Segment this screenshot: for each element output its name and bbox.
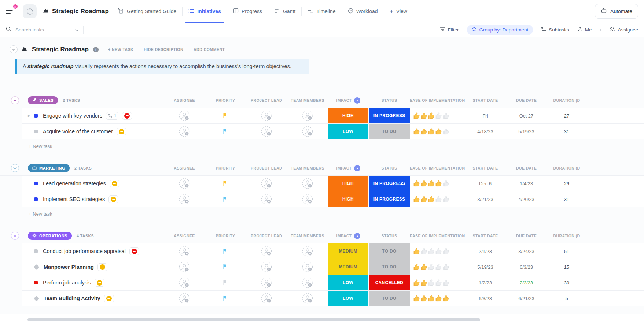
ease-of-implementation-rating[interactable]	[410, 259, 465, 275]
duration-value[interactable]: 30	[547, 275, 586, 290]
task-name[interactable]: Team Building Activity	[44, 295, 100, 301]
assignee-add-button[interactable]	[164, 243, 205, 259]
impact-cell[interactable]: LOW	[328, 291, 369, 306]
task-name[interactable]: Engage with key vendors	[43, 113, 102, 119]
duration-value[interactable]: 31	[547, 191, 586, 207]
group-pill-marketing[interactable]: MARKETING	[28, 164, 70, 172]
priority-flag-icon[interactable]	[205, 243, 246, 259]
search-input[interactable]	[15, 27, 71, 33]
column-header-project-lead[interactable]: PROJECT LEAD	[246, 234, 287, 238]
column-header-status[interactable]: STATUS	[369, 166, 410, 170]
team-members-add-button[interactable]	[287, 124, 328, 139]
task-status-square-icon[interactable]	[34, 182, 38, 185]
tab-gantt[interactable]: Gantt	[269, 0, 301, 23]
column-header-assignee[interactable]: ASSIGNEE	[164, 234, 205, 238]
column-header-team-members[interactable]: TEAM MEMBERS	[287, 166, 328, 170]
task-name[interactable]: Perform job analysis	[43, 280, 91, 286]
subtask-count-badge[interactable]: 1	[106, 112, 118, 120]
collapse-list-button[interactable]	[10, 45, 18, 53]
team-members-add-button[interactable]	[287, 259, 328, 275]
ease-of-implementation-rating[interactable]	[410, 291, 465, 306]
duration-value[interactable]: 51	[547, 243, 586, 259]
assignee-add-button[interactable]	[164, 108, 205, 123]
new-task-button[interactable]: + New task	[29, 207, 644, 220]
task-name[interactable]: Conduct job performance appraisal	[43, 248, 126, 254]
task-status-square-icon[interactable]	[34, 281, 38, 284]
status-cell[interactable]: IN PROGRESS	[369, 191, 410, 207]
task-status-square-icon[interactable]	[34, 197, 38, 201]
impact-cell[interactable]: HIGH	[328, 108, 369, 123]
tab-initiatives[interactable]: Initiatives	[183, 0, 226, 23]
group-by-button[interactable]: Group by: Department	[467, 25, 533, 35]
team-members-add-button[interactable]	[287, 291, 328, 306]
priority-flag-icon[interactable]	[205, 275, 246, 290]
status-cell[interactable]: TO DO	[369, 259, 410, 275]
status-cell[interactable]: TO DO	[369, 291, 410, 306]
impact-cell[interactable]: LOW	[328, 275, 369, 290]
assignee-add-button[interactable]	[164, 176, 205, 191]
new-task-action[interactable]: + NEW TASK	[108, 47, 133, 52]
ease-of-implementation-rating[interactable]	[410, 275, 465, 290]
start-date[interactable]: 2/1/23	[465, 243, 506, 259]
team-members-add-button[interactable]	[287, 275, 328, 290]
column-header-start-date[interactable]: START DATE	[465, 234, 506, 238]
assignee-add-button[interactable]	[164, 291, 205, 306]
no-entry-yellow-icon[interactable]	[104, 295, 114, 302]
column-header-due-date[interactable]: DUE DATE	[506, 166, 547, 170]
column-header-status[interactable]: STATUS	[369, 234, 410, 238]
status-cell[interactable]: CANCELLED	[369, 275, 410, 290]
priority-flag-icon[interactable]	[205, 108, 246, 123]
impact-cell[interactable]: HIGH	[328, 176, 369, 191]
tab-progress[interactable]: Progress	[228, 0, 267, 23]
horizontal-scrollbar-thumb[interactable]	[27, 318, 480, 321]
team-members-add-button[interactable]	[287, 176, 328, 191]
info-icon[interactable]: i	[93, 47, 99, 52]
status-cell[interactable]: TO DO	[369, 124, 410, 139]
workspace-loading-button[interactable]	[23, 4, 37, 18]
sidebar-toggle-button[interactable]: 6	[6, 7, 15, 17]
project-lead-add-button[interactable]	[246, 124, 287, 139]
task-row[interactable]: ▶ Implement SEO strategies HIGH IN PROGR…	[22, 191, 644, 207]
project-lead-add-button[interactable]	[246, 259, 287, 275]
duration-value[interactable]: 27	[547, 108, 586, 123]
ease-of-implementation-rating[interactable]	[410, 108, 465, 123]
expand-task-arrow[interactable]: ▶	[28, 114, 34, 118]
column-header-team-members[interactable]: TEAM MEMBERS	[287, 98, 328, 103]
assignee-filter-button[interactable]: Assignee	[609, 27, 638, 33]
due-date[interactable]: 1/4/23	[506, 176, 547, 191]
column-header-ease-of-implementation[interactable]: EASE OF IMPLEMENTATION	[410, 234, 465, 238]
group-collapse-button[interactable]	[11, 96, 19, 104]
column-header-status[interactable]: STATUS	[369, 98, 410, 103]
list-description[interactable]: A strategic roadmap visually represents …	[15, 59, 309, 74]
no-entry-yellow-icon[interactable]	[97, 263, 107, 271]
task-row[interactable]: ▶ Manpower Planning MEDIUM TO DO 5/19/23…	[22, 259, 644, 275]
project-lead-add-button[interactable]	[246, 275, 287, 290]
impact-cell[interactable]: MEDIUM	[328, 243, 369, 259]
column-header-start-date[interactable]: START DATE	[465, 98, 506, 103]
project-lead-add-button[interactable]	[246, 243, 287, 259]
column-header-assignee[interactable]: ASSIGNEE	[164, 166, 205, 170]
start-date[interactable]: 1/2/23	[465, 275, 506, 290]
column-header-priority[interactable]: PRIORITY	[205, 166, 246, 170]
status-cell[interactable]: IN PROGRESS	[369, 176, 410, 191]
me-filter-button[interactable]: Me	[577, 27, 592, 33]
team-members-add-button[interactable]	[287, 243, 328, 259]
milestone-diamond-icon[interactable]	[34, 295, 40, 301]
task-row[interactable]: ▶ Acquire voice of the customer LOW TO D…	[22, 124, 644, 139]
column-header-ease-of-implementation[interactable]: EASE OF IMPLEMENTATION	[410, 98, 465, 103]
priority-flag-icon[interactable]	[205, 191, 246, 207]
priority-flag-icon[interactable]	[205, 176, 246, 191]
duration-value[interactable]: 31	[547, 124, 586, 139]
group-collapse-button[interactable]	[11, 232, 19, 240]
column-header-priority[interactable]: PRIORITY	[205, 98, 246, 103]
automate-button[interactable]: Automate	[595, 4, 638, 19]
assignee-add-button[interactable]	[164, 259, 205, 275]
column-header-project-lead[interactable]: PROJECT LEAD	[246, 166, 287, 170]
column-header-priority[interactable]: PRIORITY	[205, 234, 246, 238]
task-row[interactable]: ▶ Engage with key vendors 1 HIGH IN PROG…	[22, 108, 644, 124]
task-row[interactable]: ▶ Team Building Activity LOW TO DO 6/3/2…	[22, 291, 644, 306]
column-header-team-members[interactable]: TEAM MEMBERS	[287, 234, 328, 238]
due-date[interactable]: 6/21/23	[506, 291, 547, 306]
subtasks-button[interactable]: Subtasks	[541, 27, 569, 33]
assignee-add-button[interactable]	[164, 275, 205, 290]
